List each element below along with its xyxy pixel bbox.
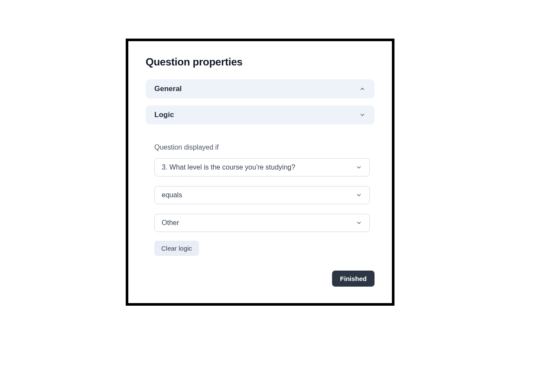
question-select[interactable]: 3. What level is the course you're study…: [154, 158, 370, 176]
operator-select[interactable]: equals: [154, 186, 370, 204]
clear-logic-button[interactable]: Clear logic: [154, 241, 199, 256]
finished-button[interactable]: Finished: [332, 271, 375, 287]
accordion-label-general: General: [154, 85, 182, 93]
logic-body: Question displayed if 3. What level is t…: [146, 131, 375, 256]
panel-title: Question properties: [146, 56, 375, 68]
chevron-down-icon: [355, 219, 362, 226]
condition-label: Question displayed if: [154, 144, 375, 151]
chevron-up-icon: [359, 85, 366, 92]
accordion-header-general[interactable]: General: [146, 79, 375, 98]
accordion: General Logic Question displayed if 3. W…: [146, 79, 375, 256]
operator-select-value: equals: [162, 191, 182, 199]
accordion-header-logic[interactable]: Logic: [146, 105, 375, 124]
chevron-down-icon: [355, 164, 362, 171]
panel-footer: Finished: [146, 271, 375, 287]
question-select-value: 3. What level is the course you're study…: [162, 163, 295, 171]
value-select[interactable]: Other: [154, 214, 370, 232]
question-properties-panel: Question properties General Logic Questi…: [126, 39, 394, 306]
chevron-down-icon: [359, 111, 366, 118]
value-select-value: Other: [162, 219, 179, 227]
accordion-label-logic: Logic: [154, 111, 174, 119]
chevron-down-icon: [355, 192, 362, 199]
